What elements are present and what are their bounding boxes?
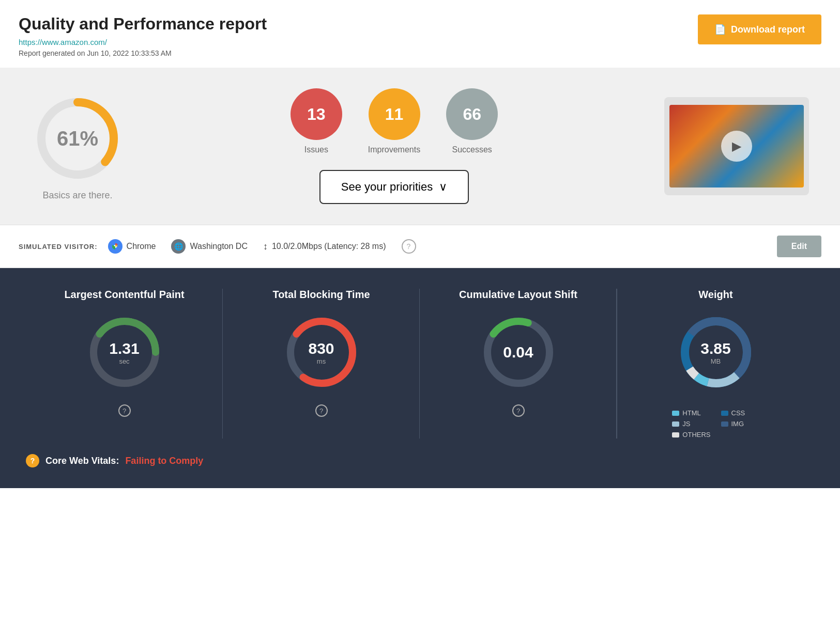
site-url[interactable]: https://www.amazon.com/ [19, 38, 107, 46]
see-priorities-button[interactable]: See your priorities ∨ [319, 170, 469, 204]
speed-item: ↕ 10.0/2.0Mbps (Latency: 28 ms) [263, 241, 386, 252]
performance-panel: Largest Contentful Paint 1.31 sec ? Tota… [0, 268, 840, 488]
score-label: Basics are there. [42, 190, 112, 201]
chevron-down-icon: ∨ [439, 180, 447, 194]
js-color [672, 421, 679, 427]
globe-icon: 🌐 [171, 239, 186, 254]
weight-title: Weight [698, 289, 732, 301]
legend-js: JS [672, 420, 710, 428]
weight-donut: 3.85 MB [675, 311, 757, 394]
others-color [672, 432, 679, 437]
page-title: Quality and Performance report [19, 14, 267, 34]
img-color [721, 421, 728, 427]
visitor-bar: SIMULATED VISITOR: Chrome 🌐 Washington D… [0, 225, 840, 268]
successes-label: Successes [452, 145, 492, 154]
tbt-help-icon[interactable]: ? [315, 404, 328, 417]
issues-metric: 13 Issues [291, 88, 342, 154]
cwv-help-icon[interactable]: ? [26, 454, 39, 467]
lcp-help-icon[interactable]: ? [118, 404, 131, 417]
score-percent: 61% [57, 127, 98, 150]
tbt-title: Total Blocking Time [272, 289, 370, 301]
cls-donut: 0.04 [477, 311, 560, 394]
download-report-button[interactable]: 📄 Download report [698, 14, 821, 44]
speed-icon: ↕ [263, 241, 268, 252]
visitor-label: SIMULATED VISITOR: [19, 243, 98, 251]
lcp-title: Largest Contentful Paint [64, 289, 184, 301]
weight-metric: Weight 3.85 MB [617, 289, 814, 439]
cls-help-icon[interactable]: ? [512, 404, 525, 417]
visitor-help-icon[interactable]: ? [402, 239, 416, 254]
tbt-metric: Total Blocking Time 830 ms ? [223, 289, 420, 439]
score-donut: 61% [31, 92, 124, 185]
score-section: 61% Basics are there. [31, 92, 124, 201]
successes-circle: 66 [446, 88, 498, 140]
legend-others: OTHERS [672, 431, 710, 439]
legend-css: CSS [721, 409, 759, 417]
metrics-section: 13 Issues 11 Improvements 66 Successes [291, 88, 498, 154]
location-item: 🌐 Washington DC [171, 239, 247, 254]
issues-circle: 13 [291, 88, 342, 140]
weight-legend: HTML CSS JS IMG OTHERS [672, 409, 759, 439]
cwv-status: Failing to Comply [125, 456, 203, 466]
improvements-metric: 11 Improvements [368, 88, 420, 154]
download-icon: 📄 [714, 24, 726, 35]
issues-label: Issues [304, 145, 328, 154]
improvements-circle: 11 [369, 88, 420, 140]
summary-band: 61% Basics are there. 13 Issues 11 Impro… [0, 68, 840, 225]
lcp-donut: 1.31 sec [83, 311, 166, 394]
browser-item: Chrome [108, 239, 156, 254]
edit-button[interactable]: Edit [777, 236, 821, 257]
cls-title: Cumulative Layout Shift [459, 289, 577, 301]
improvements-label: Improvements [368, 145, 420, 154]
lcp-metric: Largest Contentful Paint 1.31 sec ? [26, 289, 223, 439]
page-header: Quality and Performance report https://w… [0, 0, 840, 68]
legend-img: IMG [721, 420, 759, 428]
core-web-vitals-row: ? Core Web Vitals: Failing to Comply [26, 454, 814, 467]
chrome-icon [108, 239, 123, 254]
html-color [672, 411, 679, 416]
play-icon[interactable]: ▶ [721, 131, 752, 162]
mockup-screen: ▶ [669, 105, 804, 187]
screenshot-section: ▶ [664, 97, 809, 195]
tbt-donut: 830 ms [280, 311, 363, 394]
successes-metric: 66 Successes [446, 88, 498, 154]
legend-html: HTML [672, 409, 710, 417]
perf-metrics-row: Largest Contentful Paint 1.31 sec ? Tota… [26, 289, 814, 439]
cwv-label: Core Web Vitals: [45, 456, 119, 466]
report-date: Report generated on Jun 10, 2022 10:33:5… [19, 49, 267, 57]
cls-metric: Cumulative Layout Shift 0.04 ? [420, 289, 617, 439]
css-color [721, 411, 728, 416]
laptop-mockup: ▶ [664, 97, 809, 195]
